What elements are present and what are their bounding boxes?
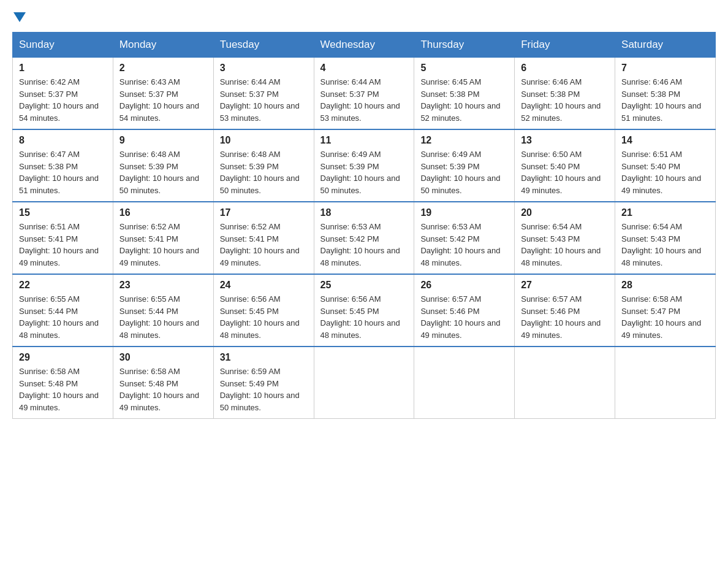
- day-number: 22: [19, 280, 107, 291]
- day-number: 3: [220, 63, 308, 74]
- day-number: 8: [19, 135, 107, 146]
- calendar-cell: 7 Sunrise: 6:46 AMSunset: 5:38 PMDayligh…: [615, 58, 716, 130]
- day-number: 19: [420, 207, 508, 218]
- day-info: Sunrise: 6:58 AMSunset: 5:48 PMDaylight:…: [19, 367, 99, 412]
- day-info: Sunrise: 6:59 AMSunset: 5:49 PMDaylight:…: [220, 367, 300, 412]
- calendar-header-wednesday: Wednesday: [314, 33, 414, 58]
- calendar-cell: 26 Sunrise: 6:57 AMSunset: 5:46 PMDaylig…: [414, 274, 515, 347]
- day-info: Sunrise: 6:52 AMSunset: 5:41 PMDaylight:…: [119, 222, 199, 267]
- logo: [12, 12, 26, 22]
- day-number: 11: [320, 135, 408, 146]
- calendar-cell: 12 Sunrise: 6:49 AMSunset: 5:39 PMDaylig…: [414, 129, 515, 202]
- day-info: Sunrise: 6:52 AMSunset: 5:41 PMDaylight:…: [220, 222, 300, 267]
- calendar-cell: 9 Sunrise: 6:48 AMSunset: 5:39 PMDayligh…: [113, 129, 213, 202]
- calendar-header-tuesday: Tuesday: [213, 33, 314, 58]
- calendar-cell: 5 Sunrise: 6:45 AMSunset: 5:38 PMDayligh…: [414, 58, 515, 130]
- logo-triangle-icon: [13, 12, 26, 22]
- day-info: Sunrise: 6:45 AMSunset: 5:38 PMDaylight:…: [420, 77, 500, 123]
- calendar-cell: 27 Sunrise: 6:57 AMSunset: 5:46 PMDaylig…: [515, 274, 615, 347]
- day-info: Sunrise: 6:44 AMSunset: 5:37 PMDaylight:…: [320, 77, 400, 123]
- calendar-cell: 6 Sunrise: 6:46 AMSunset: 5:38 PMDayligh…: [515, 58, 615, 130]
- day-info: Sunrise: 6:53 AMSunset: 5:42 PMDaylight:…: [420, 222, 500, 267]
- calendar-header-saturday: Saturday: [615, 33, 716, 58]
- day-number: 24: [220, 280, 308, 291]
- day-number: 20: [521, 207, 609, 218]
- day-info: Sunrise: 6:50 AMSunset: 5:40 PMDaylight:…: [521, 150, 601, 195]
- day-info: Sunrise: 6:56 AMSunset: 5:45 PMDaylight:…: [320, 294, 400, 340]
- day-info: Sunrise: 6:58 AMSunset: 5:48 PMDaylight:…: [119, 367, 199, 412]
- day-number: 4: [320, 63, 408, 74]
- day-number: 21: [621, 207, 709, 218]
- calendar-header-thursday: Thursday: [414, 33, 515, 58]
- day-info: Sunrise: 6:54 AMSunset: 5:43 PMDaylight:…: [521, 222, 601, 267]
- calendar-cell: 28 Sunrise: 6:58 AMSunset: 5:47 PMDaylig…: [615, 274, 716, 347]
- calendar-cell: 1 Sunrise: 6:42 AMSunset: 5:37 PMDayligh…: [13, 58, 113, 130]
- day-number: 2: [119, 63, 207, 74]
- calendar-cell: 11 Sunrise: 6:49 AMSunset: 5:39 PMDaylig…: [314, 129, 414, 202]
- day-number: 15: [19, 207, 107, 218]
- calendar-cell: 3 Sunrise: 6:44 AMSunset: 5:37 PMDayligh…: [213, 58, 314, 130]
- day-info: Sunrise: 6:54 AMSunset: 5:43 PMDaylight:…: [621, 222, 701, 267]
- day-number: 12: [420, 135, 508, 146]
- calendar-cell: [615, 347, 716, 419]
- calendar-cell: [314, 347, 414, 419]
- page-header: [12, 12, 716, 22]
- day-info: Sunrise: 6:55 AMSunset: 5:44 PMDaylight:…: [119, 294, 199, 340]
- day-number: 1: [19, 63, 107, 74]
- day-info: Sunrise: 6:48 AMSunset: 5:39 PMDaylight:…: [119, 150, 199, 195]
- calendar-cell: 4 Sunrise: 6:44 AMSunset: 5:37 PMDayligh…: [314, 58, 414, 130]
- calendar-cell: 25 Sunrise: 6:56 AMSunset: 5:45 PMDaylig…: [314, 274, 414, 347]
- day-info: Sunrise: 6:58 AMSunset: 5:47 PMDaylight:…: [621, 294, 701, 340]
- calendar-cell: 16 Sunrise: 6:52 AMSunset: 5:41 PMDaylig…: [113, 202, 213, 274]
- calendar-cell: [515, 347, 615, 419]
- calendar-table: SundayMondayTuesdayWednesdayThursdayFrid…: [12, 32, 716, 419]
- calendar-week-row: 1 Sunrise: 6:42 AMSunset: 5:37 PMDayligh…: [13, 58, 716, 130]
- day-info: Sunrise: 6:49 AMSunset: 5:39 PMDaylight:…: [320, 150, 400, 195]
- day-info: Sunrise: 6:53 AMSunset: 5:42 PMDaylight:…: [320, 222, 400, 267]
- day-number: 18: [320, 207, 408, 218]
- calendar-cell: 21 Sunrise: 6:54 AMSunset: 5:43 PMDaylig…: [615, 202, 716, 274]
- day-info: Sunrise: 6:51 AMSunset: 5:40 PMDaylight:…: [621, 150, 701, 195]
- calendar-cell: 17 Sunrise: 6:52 AMSunset: 5:41 PMDaylig…: [213, 202, 314, 274]
- calendar-cell: 19 Sunrise: 6:53 AMSunset: 5:42 PMDaylig…: [414, 202, 515, 274]
- calendar-week-row: 8 Sunrise: 6:47 AMSunset: 5:38 PMDayligh…: [13, 129, 716, 202]
- calendar-header-monday: Monday: [113, 33, 213, 58]
- day-number: 26: [420, 280, 508, 291]
- calendar-cell: 15 Sunrise: 6:51 AMSunset: 5:41 PMDaylig…: [13, 202, 113, 274]
- day-info: Sunrise: 6:48 AMSunset: 5:39 PMDaylight:…: [220, 150, 300, 195]
- calendar-week-row: 15 Sunrise: 6:51 AMSunset: 5:41 PMDaylig…: [13, 202, 716, 274]
- calendar-week-row: 22 Sunrise: 6:55 AMSunset: 5:44 PMDaylig…: [13, 274, 716, 347]
- calendar-header-sunday: Sunday: [13, 33, 113, 58]
- day-number: 9: [119, 135, 207, 146]
- day-info: Sunrise: 6:47 AMSunset: 5:38 PMDaylight:…: [19, 150, 99, 195]
- day-info: Sunrise: 6:51 AMSunset: 5:41 PMDaylight:…: [19, 222, 99, 267]
- calendar-cell: 22 Sunrise: 6:55 AMSunset: 5:44 PMDaylig…: [13, 274, 113, 347]
- calendar-cell: 23 Sunrise: 6:55 AMSunset: 5:44 PMDaylig…: [113, 274, 213, 347]
- day-number: 30: [119, 352, 207, 363]
- day-info: Sunrise: 6:43 AMSunset: 5:37 PMDaylight:…: [119, 77, 199, 123]
- day-number: 13: [521, 135, 609, 146]
- day-info: Sunrise: 6:44 AMSunset: 5:37 PMDaylight:…: [220, 77, 300, 123]
- day-number: 6: [521, 63, 609, 74]
- calendar-cell: [414, 347, 515, 419]
- day-info: Sunrise: 6:46 AMSunset: 5:38 PMDaylight:…: [521, 77, 601, 123]
- calendar-cell: 24 Sunrise: 6:56 AMSunset: 5:45 PMDaylig…: [213, 274, 314, 347]
- calendar-cell: 10 Sunrise: 6:48 AMSunset: 5:39 PMDaylig…: [213, 129, 314, 202]
- day-number: 7: [621, 63, 709, 74]
- calendar-cell: 13 Sunrise: 6:50 AMSunset: 5:40 PMDaylig…: [515, 129, 615, 202]
- calendar-cell: 20 Sunrise: 6:54 AMSunset: 5:43 PMDaylig…: [515, 202, 615, 274]
- calendar-cell: 18 Sunrise: 6:53 AMSunset: 5:42 PMDaylig…: [314, 202, 414, 274]
- day-info: Sunrise: 6:55 AMSunset: 5:44 PMDaylight:…: [19, 294, 99, 340]
- day-number: 31: [220, 352, 308, 363]
- day-number: 27: [521, 280, 609, 291]
- day-info: Sunrise: 6:49 AMSunset: 5:39 PMDaylight:…: [420, 150, 500, 195]
- day-info: Sunrise: 6:57 AMSunset: 5:46 PMDaylight:…: [521, 294, 601, 340]
- calendar-cell: 29 Sunrise: 6:58 AMSunset: 5:48 PMDaylig…: [13, 347, 113, 419]
- calendar-header-row: SundayMondayTuesdayWednesdayThursdayFrid…: [13, 33, 716, 58]
- day-number: 14: [621, 135, 709, 146]
- calendar-cell: 30 Sunrise: 6:58 AMSunset: 5:48 PMDaylig…: [113, 347, 213, 419]
- calendar-cell: 2 Sunrise: 6:43 AMSunset: 5:37 PMDayligh…: [113, 58, 213, 130]
- day-number: 17: [220, 207, 308, 218]
- day-number: 28: [621, 280, 709, 291]
- calendar-header-friday: Friday: [515, 33, 615, 58]
